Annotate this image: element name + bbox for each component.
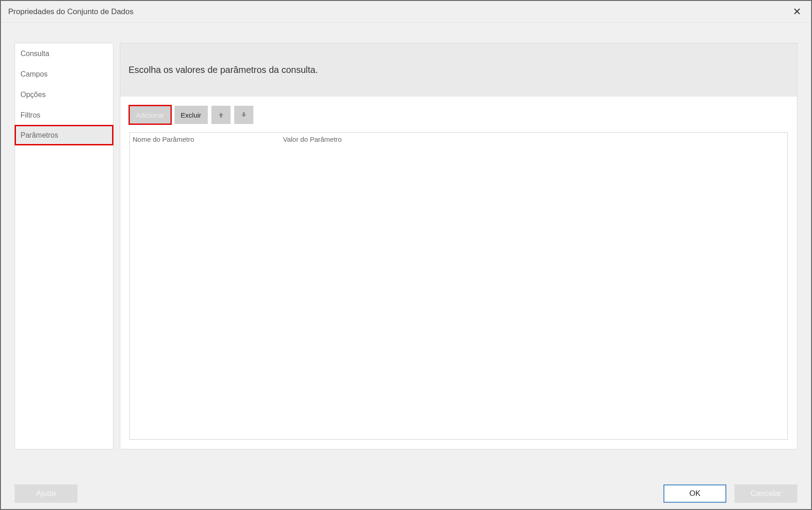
sidebar-item-parametros[interactable]: Parâmetros	[15, 125, 113, 145]
parameters-grid[interactable]: Nome do Parâmetro Valor do Parâmetro	[129, 132, 788, 440]
move-down-button[interactable]	[234, 106, 253, 124]
delete-button-label: Excluir	[181, 111, 201, 119]
cancel-button-label: Cancelar	[750, 489, 781, 498]
sidebar-item-label: Parâmetros	[21, 131, 58, 139]
delete-button[interactable]: Excluir	[175, 106, 208, 124]
add-button-label: Adicionar	[136, 111, 164, 119]
help-button-label: Ajuda	[36, 489, 56, 498]
ok-button-label: OK	[689, 489, 701, 498]
sidebar-item-label: Consulta	[21, 50, 49, 58]
move-up-button[interactable]	[211, 106, 231, 124]
sidebar-item-label: Opções	[21, 91, 46, 99]
sidebar-item-label: Campos	[21, 70, 48, 78]
dialog-body: Consulta Campos Opções Filtros Parâmetro…	[1, 23, 811, 509]
instruction-text: Escolha os valores de parâmetros da cons…	[128, 65, 318, 75]
content-row: Consulta Campos Opções Filtros Parâmetro…	[15, 43, 797, 449]
main-instruction: Escolha os valores de parâmetros da cons…	[120, 43, 797, 97]
sidebar: Consulta Campos Opções Filtros Parâmetro…	[15, 43, 113, 449]
grid-body-empty	[130, 145, 787, 439]
add-button[interactable]: Adicionar	[129, 106, 171, 124]
column-header-name: Nome do Parâmetro	[133, 135, 283, 143]
column-header-value: Valor do Parâmetro	[283, 135, 787, 143]
sidebar-item-opcoes[interactable]: Opções	[15, 84, 113, 105]
close-icon[interactable]: ✕	[793, 7, 801, 17]
titlebar: Propriedades do Conjunto de Dados ✕	[1, 1, 811, 23]
main-panel: Escolha os valores de parâmetros da cons…	[120, 43, 797, 449]
grid-header: Nome do Parâmetro Valor do Parâmetro	[130, 133, 787, 145]
dialog-frame: Propriedades do Conjunto de Dados ✕ Cons…	[0, 0, 812, 510]
sidebar-item-filtros[interactable]: Filtros	[15, 105, 113, 125]
arrow-up-icon	[217, 111, 225, 118]
ok-button[interactable]: OK	[663, 484, 726, 503]
sidebar-item-campos[interactable]: Campos	[15, 64, 113, 84]
help-button[interactable]: Ajuda	[15, 484, 77, 503]
dialog-footer: Ajuda OK Cancelar	[15, 484, 797, 503]
dialog-title: Propriedades do Conjunto de Dados	[8, 7, 134, 16]
arrow-down-icon	[240, 111, 247, 118]
cancel-button[interactable]: Cancelar	[735, 484, 797, 503]
main-body: Adicionar Excluir	[120, 97, 797, 449]
sidebar-item-consulta[interactable]: Consulta	[15, 43, 113, 64]
toolbar: Adicionar Excluir	[129, 106, 788, 124]
sidebar-item-label: Filtros	[21, 111, 41, 119]
